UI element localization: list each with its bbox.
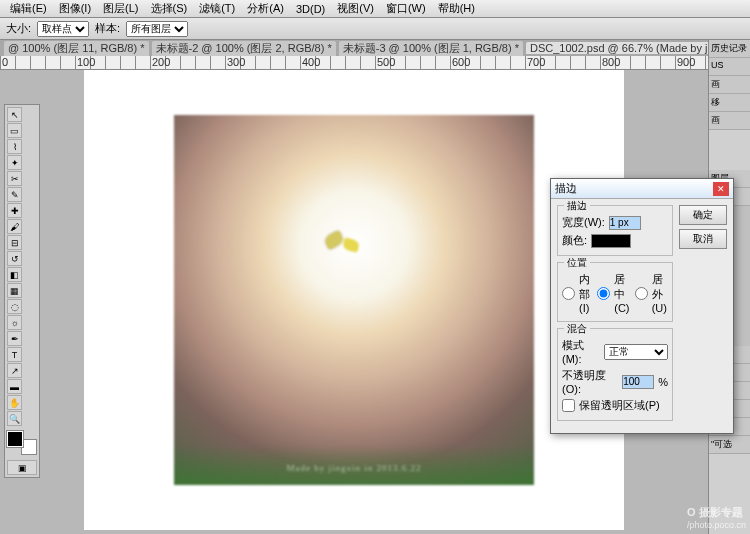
- label-width: 宽度(W):: [562, 215, 605, 230]
- group-stroke: 描边 宽度(W): 颜色:: [557, 205, 673, 256]
- menu-3d[interactable]: 3D(D): [290, 3, 331, 15]
- checkbox-preserve[interactable]: [562, 399, 575, 412]
- group-blend: 混合 模式(M):正常 不透明度(O):% 保留透明区域(P): [557, 328, 673, 421]
- tab-doc-1[interactable]: @ 100% (图层 11, RGB/8) *: [4, 41, 149, 56]
- lasso-tool[interactable]: ⌇: [7, 139, 22, 154]
- wand-tool[interactable]: ✦: [7, 155, 22, 170]
- cancel-button[interactable]: 取消: [679, 229, 727, 249]
- panel-char[interactable]: 画: [709, 112, 750, 130]
- radio-outside[interactable]: [635, 287, 648, 300]
- marquee-tool[interactable]: ▭: [7, 123, 22, 138]
- panel-brush[interactable]: 画: [709, 76, 750, 94]
- menu-select[interactable]: 选择(S): [145, 1, 194, 16]
- opt-label-size: 大小:: [6, 21, 31, 36]
- adj-selective[interactable]: "可选: [709, 436, 750, 454]
- menu-edit[interactable]: 编辑(E): [4, 1, 53, 16]
- opt-label-sample: 样本:: [95, 21, 120, 36]
- menubar: 编辑(E) 图像(I) 图层(L) 选择(S) 滤镜(T) 分析(A) 3D(D…: [0, 0, 750, 18]
- tab-doc-2[interactable]: 未标题-2 @ 100% (图层 2, RGB/8) *: [152, 41, 336, 56]
- ok-button[interactable]: 确定: [679, 205, 727, 225]
- page-watermark: O 摄影专题 /photo.poco.cn: [687, 505, 746, 530]
- move-tool[interactable]: ↖: [7, 107, 22, 122]
- input-width[interactable]: [609, 216, 641, 230]
- quickmask-toggle[interactable]: ▣: [7, 460, 37, 475]
- panel-history[interactable]: 历史记录: [709, 40, 750, 58]
- panel-nav[interactable]: 移: [709, 94, 750, 112]
- group-position: 位置 内部(I) 居中(C) 居外(U): [557, 262, 673, 322]
- blur-tool[interactable]: ◌: [7, 299, 22, 314]
- stamp-tool[interactable]: ⊟: [7, 235, 22, 250]
- background-color[interactable]: [21, 439, 37, 455]
- opt-sample-layers[interactable]: 所有图层: [126, 21, 188, 37]
- close-icon[interactable]: ✕: [713, 182, 729, 196]
- toolbox: ↖ ▭ ⌇ ✦ ✂ ✎ ✚ 🖌 ⊟ ↺ ◧ ▦ ◌ ☼ ✒ T ↗ ▬ ✋ 🔍 …: [4, 104, 40, 478]
- document-tabs: @ 100% (图层 11, RGB/8) * 未标题-2 @ 100% (图层…: [0, 40, 750, 56]
- menu-view[interactable]: 视图(V): [331, 1, 380, 16]
- radio-center[interactable]: [597, 287, 610, 300]
- eyedropper-tool[interactable]: ✎: [7, 187, 22, 202]
- dialog-titlebar[interactable]: 描边 ✕: [551, 179, 733, 199]
- tab-doc-3[interactable]: 未标题-3 @ 100% (图层 1, RGB/8) *: [339, 41, 523, 56]
- menu-layer[interactable]: 图层(L): [97, 1, 144, 16]
- dialog-title-text: 描边: [555, 181, 577, 196]
- butterfly-subject: [325, 233, 365, 258]
- ruler-horizontal: 0100200300400500600700800900: [0, 56, 750, 70]
- gradient-tool[interactable]: ▦: [7, 283, 22, 298]
- stroke-color-swatch[interactable]: [591, 234, 631, 248]
- hand-tool[interactable]: ✋: [7, 395, 22, 410]
- pen-tool[interactable]: ✒: [7, 331, 22, 346]
- label-color: 颜色:: [562, 233, 587, 248]
- radio-inside[interactable]: [562, 287, 575, 300]
- label-mode: 模式(M):: [562, 338, 600, 365]
- menu-help[interactable]: 帮助(H): [432, 1, 481, 16]
- image-watermark: Made by jingxin in 2013.6.22: [174, 463, 534, 473]
- panel-us[interactable]: US: [709, 58, 750, 76]
- options-bar: 大小: 取样点 样本: 所有图层: [0, 18, 750, 40]
- stroke-dialog: 描边 ✕ 描边 宽度(W): 颜色: 位置 内部(I) 居中(C) 居外(U) …: [550, 178, 734, 434]
- menu-analysis[interactable]: 分析(A): [241, 1, 290, 16]
- brush-tool[interactable]: 🖌: [7, 219, 22, 234]
- artwork-image: Made by jingxin in 2013.6.22: [174, 115, 534, 485]
- label-opacity: 不透明度(O):: [562, 368, 618, 395]
- heal-tool[interactable]: ✚: [7, 203, 22, 218]
- menu-filter[interactable]: 滤镜(T): [193, 1, 241, 16]
- type-tool[interactable]: T: [7, 347, 22, 362]
- crop-tool[interactable]: ✂: [7, 171, 22, 186]
- menu-image[interactable]: 图像(I): [53, 1, 97, 16]
- opt-sample-point[interactable]: 取样点: [37, 21, 89, 37]
- path-tool[interactable]: ↗: [7, 363, 22, 378]
- select-blend-mode[interactable]: 正常: [604, 344, 668, 360]
- history-brush-tool[interactable]: ↺: [7, 251, 22, 266]
- canvas[interactable]: Made by jingxin in 2013.6.22: [84, 70, 624, 530]
- dodge-tool[interactable]: ☼: [7, 315, 22, 330]
- input-opacity[interactable]: [622, 375, 654, 389]
- eraser-tool[interactable]: ◧: [7, 267, 22, 282]
- foreground-color[interactable]: [7, 431, 23, 447]
- zoom-tool[interactable]: 🔍: [7, 411, 22, 426]
- menu-window[interactable]: 窗口(W): [380, 1, 432, 16]
- shape-tool[interactable]: ▬: [7, 379, 22, 394]
- color-swatches[interactable]: [7, 431, 37, 455]
